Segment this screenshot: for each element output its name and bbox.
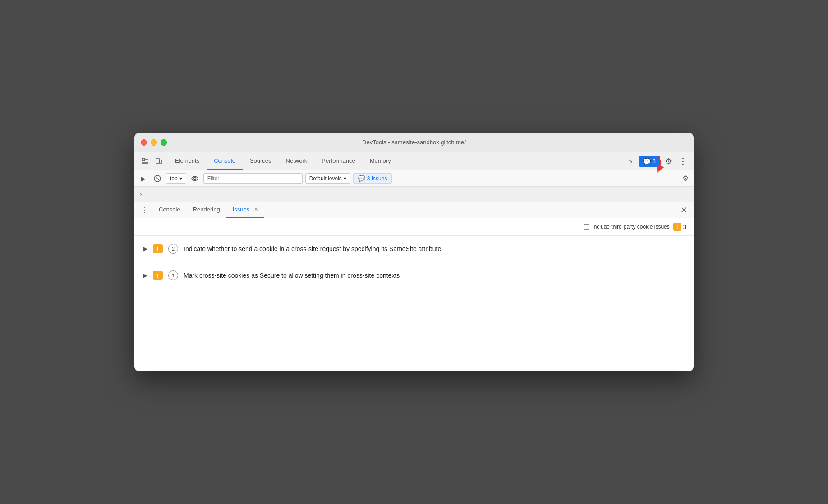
svg-line-8 [156,177,159,180]
issue-row-1[interactable]: ▶ ! 2 Indicate whether to send a cookie … [134,236,694,262]
devtools-window: DevTools - samesite-sandbox.glitch.me/ [134,133,694,371]
issues-panel: Include third-party cookie issues ! 3 ▶ … [134,218,694,371]
filter-input[interactable] [203,173,303,184]
total-count: 3 [683,224,686,230]
total-warning-icon: ! [673,223,681,231]
svg-rect-4 [156,158,159,163]
prompt-arrow-icon: › [140,191,142,198]
svg-rect-0 [142,158,145,161]
issue-text-1: Indicate whether to send a cookie in a c… [184,244,441,254]
close-drawer-icon: ✕ [681,205,687,215]
issue-text-2: Mark cross-site cookies as Secure to all… [184,271,400,280]
inspect-icon[interactable] [139,155,152,168]
clear-console-button[interactable] [152,173,163,184]
issues-indicator-button[interactable]: 💬 3 Issues [353,173,392,184]
console-toolbar: ▶ top ▾ Default levels ▾ 💬 3 Issues [134,170,694,187]
issues-indicator-icon: 💬 [358,175,365,182]
third-party-checkbox[interactable] [584,224,589,230]
default-levels-select[interactable]: Default levels ▾ [305,173,350,184]
drawer-close-button[interactable]: ✕ [676,202,692,218]
devtools-icon-group [136,152,168,170]
count-badge-1: 2 [168,244,178,254]
show-sidebar-button[interactable]: ▶ [137,173,149,184]
drawer-tab-console[interactable]: Console [152,202,187,218]
tab-console[interactable]: Console [207,152,243,170]
svg-point-10 [193,177,196,179]
minimize-button[interactable] [151,139,157,146]
expand-arrow-icon-1[interactable]: ▶ [143,246,147,252]
svg-rect-5 [160,160,161,164]
settings-icon[interactable]: ⚙ [662,155,675,168]
drawer-menu-icon[interactable]: ⋮ [136,202,152,218]
console-prompt-area[interactable]: › [134,187,694,202]
tab-elements[interactable]: Elements [168,152,207,170]
warning-badge-1: ! [153,244,163,253]
context-arrow-icon: ▾ [179,175,182,182]
device-toggle-icon[interactable] [152,155,165,168]
tab-performance[interactable]: Performance [314,152,362,170]
drawer-tabs: ⋮ Console Rendering Issues ✕ ✕ [134,202,694,218]
window-title: DevTools - samesite-sandbox.glitch.me/ [362,139,466,146]
sidebar-arrow-icon: ▶ [141,175,146,182]
issues-header: Include third-party cookie issues ! 3 [134,218,694,236]
drawer-panel: ⋮ Console Rendering Issues ✕ ✕ Include t… [134,202,694,371]
tabs-right-group: » 💬 3 ⚙ ⋮ [624,152,692,170]
total-issues-count: ! 3 [673,223,686,231]
clear-icon [154,175,161,182]
drawer-tab-rendering[interactable]: Rendering [187,202,226,218]
issues-button-container: 💬 3 [639,156,660,167]
tab-sources[interactable]: Sources [243,152,279,170]
close-button[interactable] [141,139,147,146]
traffic-lights [141,139,167,146]
issues-count-button[interactable]: 💬 3 [639,156,660,167]
count-badge-2: 1 [168,270,178,280]
title-bar: DevTools - samesite-sandbox.glitch.me/ [134,133,694,152]
drawer-tab-issues[interactable]: Issues ✕ [226,202,265,218]
tab-network[interactable]: Network [279,152,315,170]
third-party-label[interactable]: Include third-party cookie issues [584,224,669,230]
devtools-tabs: Elements Console Sources Network Perform… [134,152,694,170]
issues-chat-icon: 💬 [643,158,651,165]
maximize-button[interactable] [161,139,167,146]
default-levels-arrow-icon: ▾ [344,175,346,182]
more-options-icon[interactable]: ⋮ [676,155,689,168]
issue-row-2[interactable]: ▶ ! 1 Mark cross-site cookies as Secure … [134,262,694,289]
drawer-tab-close-icon[interactable]: ✕ [254,206,258,212]
tab-memory[interactable]: Memory [363,152,398,170]
console-settings-icon[interactable]: ⚙ [680,173,691,184]
expand-arrow-icon-2[interactable]: ▶ [143,272,147,279]
context-selector[interactable]: top ▾ [166,173,186,184]
eye-icon[interactable] [189,173,201,184]
overflow-tabs-button[interactable]: » [624,155,637,168]
warning-badge-2: ! [153,271,163,280]
